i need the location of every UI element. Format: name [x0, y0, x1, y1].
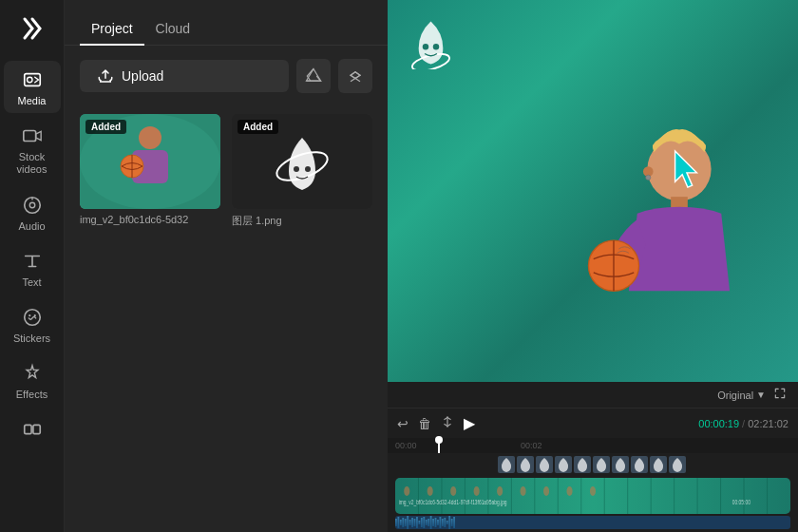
timeline-ruler: 00:00 00:02 — [388, 438, 798, 453]
svg-rect-79 — [437, 520, 439, 525]
svg-point-22 — [423, 44, 428, 49]
svg-rect-73 — [423, 517, 425, 528]
added-badge-2: Added — [238, 120, 278, 134]
ruler-mark-0: 00:00 — [395, 441, 417, 450]
right-area: Original ▼ ↩ 🗑 ▶ — [388, 0, 798, 532]
media-thumb-2: Added — [232, 114, 372, 209]
app-logo — [15, 11, 49, 46]
tab-cloud[interactable]: Cloud — [144, 13, 202, 46]
media-icon — [21, 68, 44, 91]
svg-rect-69 — [414, 519, 416, 526]
sidebar-item-stickers[interactable]: Stickers — [4, 298, 61, 351]
svg-rect-77 — [432, 519, 434, 526]
sticker-track — [395, 455, 790, 476]
svg-point-13 — [139, 126, 162, 149]
svg-rect-83 — [446, 521, 448, 524]
svg-point-26 — [646, 175, 651, 180]
playhead-handle[interactable] — [435, 436, 443, 444]
google-drive-icon — [304, 66, 323, 86]
svg-point-54 — [521, 486, 526, 496]
current-time: 00:00:19 — [698, 418, 739, 429]
cursor-icon — [668, 147, 704, 193]
stock-videos-icon — [21, 124, 44, 147]
fullscreen-icon — [773, 387, 787, 400]
sidebar-item-stock-videos[interactable]: Stock videos — [4, 117, 61, 181]
svg-rect-2 — [23, 131, 35, 142]
sidebar-item-stickers-label: Stickers — [13, 332, 50, 345]
svg-point-50 — [428, 486, 433, 496]
svg-point-51 — [450, 486, 456, 496]
tab-project[interactable]: Project — [80, 13, 144, 46]
dropbox-button[interactable] — [338, 59, 372, 93]
svg-point-55 — [543, 486, 549, 496]
svg-point-53 — [497, 486, 503, 496]
media-toolbar: Upload — [65, 46, 388, 106]
transitions-icon — [21, 418, 44, 441]
svg-point-52 — [474, 486, 480, 496]
canvas-cursor — [668, 147, 704, 197]
timeline-tracks: img_v2_bf0c1dc6-5d32-4dd1-97df-f13f61a95… — [388, 453, 798, 532]
svg-rect-86 — [453, 517, 455, 528]
svg-rect-71 — [418, 521, 420, 524]
audio-waveform — [395, 516, 790, 529]
svg-point-1 — [27, 77, 32, 83]
svg-rect-81 — [442, 519, 444, 526]
svg-rect-82 — [444, 518, 446, 527]
timeline: ↩ 🗑 ▶ 00:00:19 / 02:21:02 00:00 00:02 — [388, 408, 798, 532]
original-label: Original — [717, 390, 753, 401]
svg-rect-80 — [439, 517, 441, 528]
video-track[interactable]: img_v2_bf0c1dc6-5d32-4dd1-97df-f13f61a95… — [395, 478, 790, 514]
effects-icon — [21, 362, 44, 385]
upload-label: Upload — [122, 68, 163, 84]
svg-rect-66 — [407, 516, 408, 529]
sidebar-item-audio-label: Audio — [18, 220, 45, 233]
svg-rect-70 — [416, 517, 418, 528]
media-name-2: 图层 1.png — [232, 214, 372, 228]
delete-button[interactable]: 🗑 — [418, 416, 431, 431]
svg-point-7 — [28, 314, 30, 316]
media-name-1: img_v2_bf0c1dc6-5d32 — [80, 214, 220, 225]
svg-rect-64 — [402, 518, 404, 527]
original-dropdown[interactable]: Original ▼ — [717, 390, 766, 401]
svg-rect-62 — [397, 517, 399, 528]
sidebar-item-transitions[interactable] — [4, 410, 61, 450]
sidebar-item-text[interactable]: Text — [4, 242, 61, 294]
google-drive-button[interactable] — [296, 59, 331, 93]
sticker-overlay — [405, 17, 457, 73]
video-preview[interactable] — [388, 0, 798, 382]
svg-rect-78 — [435, 518, 437, 527]
svg-rect-75 — [428, 519, 429, 526]
svg-rect-74 — [426, 520, 428, 525]
play-button[interactable]: ▶ — [464, 414, 475, 432]
upload-icon — [97, 67, 114, 85]
undo-button[interactable]: ↩ — [397, 416, 408, 431]
sidebar-item-audio[interactable]: Audio — [4, 186, 61, 238]
media-item-2[interactable]: Added 图层 1.png — [232, 114, 372, 228]
text-icon — [21, 250, 44, 273]
media-item-1[interactable]: Added img_v2_bf0c1dc6-5d32 — [80, 114, 220, 228]
sticker-icons-strip — [395, 456, 790, 475]
svg-point-57 — [590, 486, 596, 496]
preview-controls: Original ▼ — [388, 382, 798, 408]
fullscreen-button[interactable] — [773, 387, 787, 403]
svg-point-20 — [305, 166, 311, 172]
svg-rect-85 — [451, 519, 453, 526]
sidebar-item-media-label: Media — [18, 95, 47, 107]
sidebar-item-media[interactable]: Media — [4, 61, 61, 113]
svg-rect-61 — [395, 519, 397, 526]
svg-point-23 — [433, 44, 439, 49]
svg-text:img_v2_bf0c1dc6-5d32-4dd1-97df: img_v2_bf0c1dc6-5d32-4dd1-97df-f13f61a95… — [399, 498, 507, 507]
sidebar-item-effects[interactable]: Effects — [4, 354, 61, 407]
svg-rect-67 — [409, 520, 411, 525]
split-button[interactable] — [441, 415, 454, 431]
svg-point-8 — [33, 314, 35, 316]
svg-rect-10 — [32, 426, 39, 434]
total-time: 02:21:02 — [748, 418, 788, 429]
svg-point-49 — [404, 486, 409, 496]
audio-track — [395, 516, 790, 529]
upload-button[interactable]: Upload — [80, 60, 289, 92]
stickers-icon — [21, 306, 44, 329]
svg-rect-84 — [448, 516, 450, 529]
svg-point-19 — [294, 166, 299, 172]
svg-rect-68 — [411, 518, 413, 527]
